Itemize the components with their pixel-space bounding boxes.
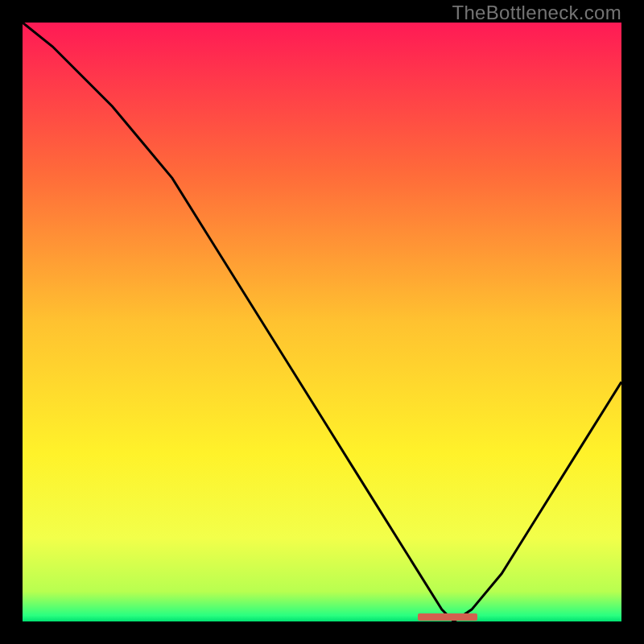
minimum-marker <box>418 613 477 621</box>
plot-area <box>23 23 621 621</box>
watermark-text: TheBottleneck.com <box>452 2 621 24</box>
minimum-marker-layer <box>23 23 621 621</box>
